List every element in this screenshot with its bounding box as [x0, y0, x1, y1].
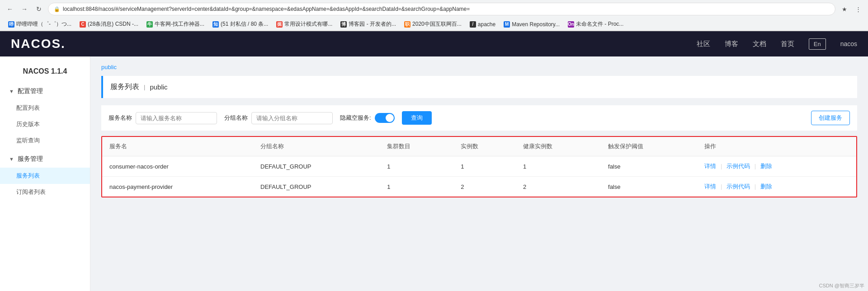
group-name-input[interactable] [251, 112, 333, 124]
bookmarks-bar: 哔哔哩哔哩（゜-゜）つ...C(28条消息) CSDN -...牛牛客网-找工作… [0, 18, 868, 31]
sidebar-section-0: ▼配置管理配置列表历史版本监听查询 [0, 83, 90, 149]
table-cell-0-4: 1 [516, 156, 601, 177]
sidebar-item-配置列表[interactable]: 配置列表 [0, 100, 90, 116]
service-name-label: 服务名称 [108, 114, 132, 122]
top-nav: NACOS. 社区博客文档首页 En nacos [0, 31, 868, 56]
table-cell-1-3: 2 [453, 177, 516, 197]
group-name-field: 分组名称 [224, 112, 333, 124]
service-name-input[interactable] [136, 112, 217, 124]
create-service-button[interactable]: 创建服务 [811, 111, 850, 125]
hide-empty-label: 隐藏空服务: [340, 114, 371, 122]
table-cell-1-5: false [601, 177, 697, 197]
action-separator: | [753, 183, 758, 190]
bookmark-label-7: apache [478, 21, 495, 28]
table-col-0: 服务名 [102, 137, 253, 156]
query-button[interactable]: 查询 [402, 111, 432, 125]
breadcrumb-public[interactable]: public [101, 64, 117, 70]
sidebar-section-label-1: 服务管理 [18, 155, 43, 163]
bookmark-item-0[interactable]: 哔哔哩哔哩（゜-゜）つ... [5, 19, 75, 29]
sidebar-section-1: ▼服务管理服务列表订阅者列表 [0, 150, 90, 200]
bookmark-item-3[interactable]: 知(51 封私信 / 80 条... [209, 19, 272, 29]
table-cell-1-2: 1 [380, 177, 453, 197]
browser-menu-button[interactable]: ⋮ [853, 4, 863, 14]
bookmark-item-1[interactable]: C(28条消息) CSDN -... [76, 19, 142, 29]
logo: NACOS. [11, 37, 66, 51]
sidebar-item-服务列表[interactable]: 服务列表 [0, 168, 90, 184]
top-nav-link-0[interactable]: 首页 [781, 40, 794, 48]
action-详情-1[interactable]: 详情 [704, 183, 716, 190]
toggle-thumb [386, 114, 394, 122]
bookmark-label-2: 牛客网-找工作神器... [155, 20, 204, 28]
hide-empty-field: 隐藏空服务: [340, 113, 395, 123]
bookmark-label-0: 哔哩哔哩（゜-゜）つ... [16, 20, 71, 28]
table-actions-1: 详情 | 示例代码 | 删除 [697, 177, 856, 197]
table-body: consumer-nacos-orderDEFAULT_GROUP111fals… [102, 156, 856, 197]
bookmark-item-5[interactable]: 博博客园 - 开发者的... [337, 19, 400, 29]
user-menu[interactable]: nacos [840, 40, 857, 47]
search-bar: 服务名称 分组名称 隐藏空服务: 查询 创建服务 [101, 105, 857, 131]
service-table: 服务名分组名称集群数目实例数健康实例数触发保护阈值操作 consumer-nac… [102, 137, 856, 197]
address-bar[interactable]: 🔒 localhost:8848/nacos/#/serviceManageme… [48, 3, 835, 15]
table-cell-0-2: 1 [380, 156, 453, 177]
action-详情-0[interactable]: 详情 [704, 163, 716, 169]
bookmark-item-2[interactable]: 牛牛客网-找工作神器... [143, 19, 208, 29]
bookmark-item-6[interactable]: 职2020中国互联网百... [401, 19, 465, 29]
bookmark-item-9[interactable]: On未命名文件 - Proc... [564, 19, 627, 29]
bookmark-label-6: 2020中国互联网百... [412, 20, 462, 28]
page-subtitle: public [150, 83, 167, 91]
table-col-2: 集群数目 [380, 137, 453, 156]
bookmark-label-5: 博客园 - 开发者的... [349, 20, 396, 28]
bookmark-label-8: Maven Repository... [512, 21, 560, 28]
top-nav-link-3[interactable]: 社区 [697, 40, 710, 48]
top-nav-link-2[interactable]: 博客 [725, 40, 738, 48]
back-button[interactable]: ← [5, 4, 15, 14]
language-button[interactable]: En [809, 38, 826, 50]
toggle-track [375, 113, 395, 123]
page-title: 服务列表 [110, 82, 139, 92]
hide-empty-toggle[interactable] [375, 113, 395, 123]
breadcrumb: public [101, 64, 857, 70]
service-table-container: 服务名分组名称集群数目实例数健康实例数触发保护阈值操作 consumer-nac… [101, 136, 857, 197]
bookmark-label-3: (51 封私信 / 80 条... [221, 20, 268, 28]
action-示例代码-0[interactable]: 示例代码 [726, 163, 750, 169]
content-area: public 服务列表 | public 服务名称 分组名称 隐藏空服 [90, 56, 868, 291]
table-cell-0-0: consumer-nacos-order [102, 156, 253, 177]
top-nav-link-1[interactable]: 文档 [753, 40, 766, 48]
bookmark-label-1: (28条消息) CSDN -... [88, 20, 138, 28]
top-nav-links: 社区博客文档首页 En nacos [697, 38, 857, 50]
bookmark-item-8[interactable]: MMaven Repository... [500, 20, 563, 28]
lock-icon: 🔒 [54, 6, 60, 12]
action-删除-0[interactable]: 删除 [760, 163, 772, 169]
table-cell-1-0: nacos-payment-provider [102, 177, 253, 197]
sidebar-item-历史版本[interactable]: 历史版本 [0, 116, 90, 132]
sidebar-section-header-0[interactable]: ▼配置管理 [0, 83, 90, 100]
service-name-field: 服务名称 [108, 112, 217, 124]
bookmark-item-4[interactable]: 掘常用设计模式有哪... [273, 19, 336, 29]
table-cell-0-1: DEFAULT_GROUP [253, 156, 380, 177]
bookmark-star-button[interactable]: ★ [839, 4, 850, 14]
action-separator: | [753, 163, 758, 169]
bookmark-item-7[interactable]: /apache [466, 20, 499, 28]
action-删除-1[interactable]: 删除 [760, 183, 772, 190]
table-row: consumer-nacos-orderDEFAULT_GROUP111fals… [102, 156, 856, 177]
table-col-5: 触发保护阈值 [601, 137, 697, 156]
sidebar-item-监听查询[interactable]: 监听查询 [0, 132, 90, 149]
action-示例代码-1[interactable]: 示例代码 [726, 183, 750, 190]
forward-button[interactable]: → [19, 4, 30, 14]
sidebar-section-label-0: 配置管理 [18, 87, 43, 95]
page-header: 服务列表 | public [101, 76, 857, 98]
sidebar-section-header-1[interactable]: ▼服务管理 [0, 150, 90, 168]
table-header: 服务名分组名称集群数目实例数健康实例数触发保护阈值操作 [102, 137, 856, 156]
address-text: localhost:8848/nacos/#/serviceManagement… [63, 6, 470, 12]
table-col-6: 操作 [697, 137, 856, 156]
browser-toolbar: ← → ↻ 🔒 localhost:8848/nacos/#/serviceMa… [0, 0, 868, 18]
footer-watermark: CSDN @智商三岁半 [819, 282, 864, 289]
action-separator: | [719, 183, 724, 190]
chevron-down-icon: ▼ [9, 156, 14, 162]
chevron-down-icon: ▼ [9, 89, 14, 94]
refresh-button[interactable]: ↻ [33, 4, 44, 14]
action-separator: | [719, 163, 724, 169]
table-col-1: 分组名称 [253, 137, 380, 156]
sidebar-item-订阅者列表[interactable]: 订阅者列表 [0, 184, 90, 200]
table-cell-1-4: 2 [516, 177, 601, 197]
